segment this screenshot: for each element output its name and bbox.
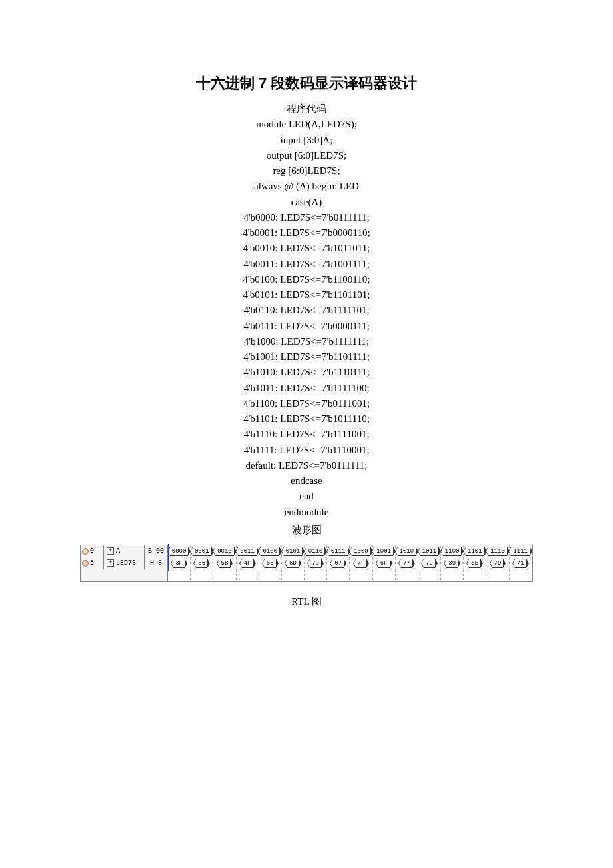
- code-line: 4'b1101: LED7S<=7'b1011110;: [80, 411, 533, 427]
- code-line: 4'b1110: LED7S<=7'b1111001;: [80, 427, 533, 442]
- wave-value: 6F: [372, 557, 395, 569]
- wave-value: 07: [327, 557, 350, 569]
- wave-grid: [395, 569, 418, 582]
- wave-grid: [350, 569, 372, 582]
- wave-value: 0001: [191, 545, 213, 557]
- wave-grid: [327, 569, 350, 582]
- wave-value: 4F: [236, 557, 259, 569]
- rtl-caption: RTL 图: [80, 595, 533, 608]
- code-line: module LED(A,LED7S);: [80, 117, 533, 132]
- code-line: 4'b0111: LED7S<=7'b0000111;: [80, 319, 533, 334]
- code-section: 程序代码 module LED(A,LED7S);input [3:0]A;ou…: [80, 101, 533, 520]
- wave-value: 1000: [350, 545, 372, 557]
- wave-value: 0000: [168, 545, 191, 557]
- pin-label: 0: [81, 545, 104, 557]
- wave-value: 7C: [418, 557, 440, 569]
- wave-value: 66: [259, 557, 281, 569]
- wave-value: 3F: [168, 557, 191, 569]
- wave-value: 6D: [281, 557, 304, 569]
- wave-value: 5B: [213, 557, 236, 569]
- code-line: 4'b1010: LED7S<=7'b1110111;: [80, 365, 533, 380]
- code-line: 4'b0110: LED7S<=7'b1111101;: [80, 303, 533, 318]
- code-line: 4'b1011: LED7S<=7'b1111100;: [80, 381, 533, 396]
- wave-value: 1010: [395, 545, 418, 557]
- code-header: 程序代码: [80, 101, 533, 117]
- wave-value: 7D: [305, 557, 327, 569]
- wave-grid: [486, 569, 509, 582]
- signal-name: +LED7S: [104, 557, 145, 569]
- wave-value: 0111: [327, 545, 350, 557]
- wave-value: 1011: [418, 545, 440, 557]
- wave-grid: [168, 569, 191, 582]
- wave-value: 1001: [372, 545, 395, 557]
- wave-grid: [191, 569, 213, 582]
- wave-value: 0010: [213, 545, 236, 557]
- code-line: 4'b0011: LED7S<=7'b1001111;: [80, 257, 533, 272]
- wave-grid: [464, 569, 486, 582]
- wave-value: 1100: [441, 545, 464, 557]
- code-line: 4'b1111: LED7S<=7'b1110001;: [80, 443, 533, 458]
- page-title: 十六进制 7 段数码显示译码器设计: [80, 73, 533, 93]
- wave-grid: [418, 569, 440, 582]
- wave-grid: [259, 569, 281, 582]
- wave-value: 79: [486, 557, 509, 569]
- code-line: always @ (A) begin: LED: [80, 179, 533, 194]
- wave-grid: [509, 569, 532, 582]
- code-line: 4'b0001: LED7S<=7'b0000110;: [80, 225, 533, 241]
- code-line: reg [6:0]LED7S;: [80, 163, 533, 179]
- wave-value: 0101: [281, 545, 304, 557]
- code-line: 4'b1000: LED7S<=7'b1111111;: [80, 334, 533, 349]
- code-line: 4'b0010: LED7S<=7'b1011011;: [80, 241, 533, 256]
- wave-value: 06: [191, 557, 213, 569]
- wave-spacer: [81, 569, 168, 582]
- signal-init: B 00: [145, 545, 168, 557]
- code-line: output [6:0]LED7S;: [80, 148, 533, 163]
- code-line: 4'b1001: LED7S<=7'b1101111;: [80, 349, 533, 365]
- wave-grid: [532, 569, 532, 582]
- code-line: endcase: [80, 473, 533, 489]
- wave-value: 0110: [305, 545, 327, 557]
- wave-value: 39: [441, 557, 464, 569]
- wave-value: 1111: [509, 545, 532, 557]
- signal-name: +A: [104, 545, 145, 557]
- code-line: 4'b0101: LED7S<=7'b1101101;: [80, 287, 533, 303]
- code-line: 4'b1100: LED7S<=7'b0111001;: [80, 396, 533, 411]
- signal-init: H 3: [145, 557, 168, 569]
- wave-value: 7F: [350, 557, 372, 569]
- wave-value: 0011: [236, 545, 259, 557]
- wave-value: 71: [509, 557, 532, 569]
- wave-value: 1101: [464, 545, 486, 557]
- code-line: input [3:0]A;: [80, 133, 533, 148]
- wave-grid: [372, 569, 395, 582]
- wave-value: 77: [395, 557, 418, 569]
- wave-grid: [305, 569, 327, 582]
- waveform-diagram: 0+AB 00000000010010001101000101011001111…: [80, 545, 533, 582]
- code-line: end: [80, 489, 533, 504]
- wave-grid: [236, 569, 259, 582]
- pin-label: 5: [81, 557, 104, 569]
- wave-grid: [441, 569, 464, 582]
- wave-value: 5E: [464, 557, 486, 569]
- wave-value: 1110: [486, 545, 509, 557]
- code-line: 4'b0000: LED7S<=7'b0111111;: [80, 210, 533, 225]
- wave-caption: 波形图: [80, 524, 533, 537]
- code-line: case(A): [80, 195, 533, 210]
- code-line: 4'b0100: LED7S<=7'b1100110;: [80, 272, 533, 287]
- code-line: default: LED7S<=7'b0111111;: [80, 458, 533, 473]
- wave-grid: [281, 569, 304, 582]
- wave-tail: [532, 557, 532, 569]
- wave-value: 0100: [259, 545, 281, 557]
- wave-grid: [213, 569, 236, 582]
- code-line: endmodule: [80, 505, 533, 520]
